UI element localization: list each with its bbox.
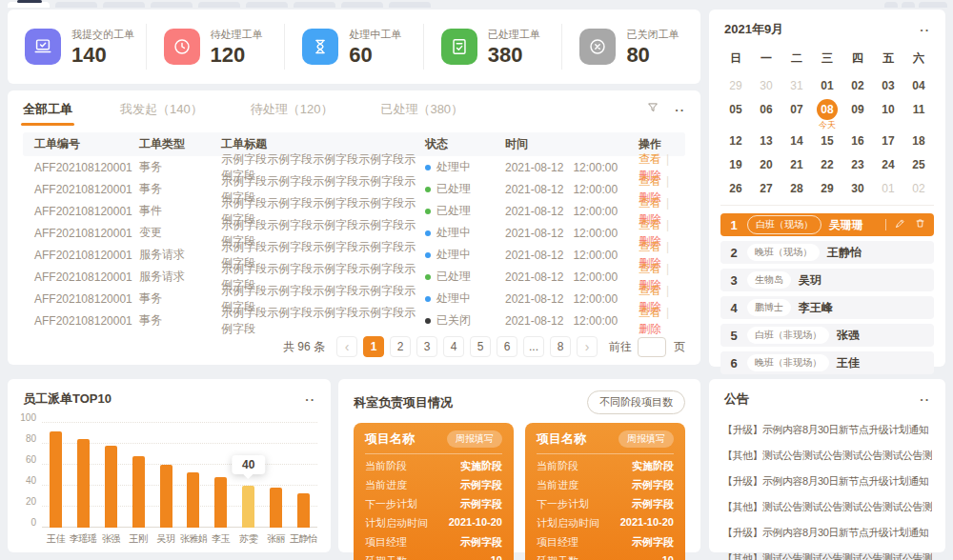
notice-item[interactable]: 【其他】测试公告测试公告测试公告测试公告测试公告 (722, 500, 932, 514)
notice-item[interactable]: 【升级】示例内容8月30日新节点升级计划通知 (722, 474, 932, 489)
calendar-day[interactable]: 31 (781, 74, 812, 98)
calendar-day[interactable]: 12 (720, 130, 751, 153)
calendar-day[interactable]: 24 (873, 153, 903, 177)
view-link[interactable]: 查看 (639, 196, 661, 210)
view-link[interactable]: 查看 (639, 306, 661, 319)
calendar-day[interactable]: 15 (812, 130, 842, 153)
project-card[interactable]: 项目名称周报填写当前阶段实施阶段当前进度示例字段下一步计划示例字段计划启动时间2… (525, 423, 685, 560)
browser-tab[interactable] (198, 2, 240, 8)
browser-control[interactable] (884, 2, 898, 8)
calendar-day[interactable]: 21 (781, 153, 812, 177)
table-menu-icon[interactable]: ·· (675, 104, 685, 116)
calendar-day[interactable]: 11 (903, 98, 934, 130)
notice-item[interactable]: 【其他】测试公告测试公告测试公告测试公告测试公告 (722, 449, 932, 463)
calendar-day[interactable]: 29 (812, 177, 842, 201)
view-link[interactable]: 查看 (639, 240, 661, 253)
stat-card[interactable]: 已处理工单380 (423, 24, 562, 70)
calendar-day[interactable]: 23 (842, 153, 873, 177)
stat-card[interactable]: 处理中工单60 (284, 24, 423, 70)
calendar-day[interactable]: 26 (720, 177, 751, 201)
browser-tab[interactable] (103, 2, 145, 8)
next-page-button[interactable]: › (577, 336, 598, 357)
chart-menu-icon[interactable]: ·· (305, 393, 315, 406)
page-button-...[interactable]: ... (523, 336, 544, 357)
page-button-5[interactable]: 5 (470, 336, 491, 357)
bar-王刚[interactable] (132, 456, 145, 528)
calendar-day[interactable]: 01 (873, 177, 903, 201)
page-button-6[interactable]: 6 (497, 336, 517, 357)
bar-张雅娟[interactable] (187, 472, 199, 528)
calendar-day[interactable]: 01 (812, 74, 842, 98)
roster-row[interactable]: 3生物岛吴玥 (720, 269, 934, 291)
project-card[interactable]: 项目名称周报填写当前阶段实施阶段当前进度示例字段下一步计划示例字段计划启动时间2… (354, 423, 514, 560)
page-button-2[interactable]: 2 (390, 336, 411, 357)
roster-row[interactable]: 2晚班（现场）王静怡 (720, 241, 934, 264)
bar-王佳[interactable] (50, 431, 62, 528)
notice-item[interactable]: 【升级】示例内容8月30日新节点升级计划通知 (722, 526, 932, 540)
trash-icon[interactable] (914, 217, 926, 232)
bar-苏雯[interactable] (242, 486, 254, 528)
tab-我发起（140）[interactable]: 我发起（140） (120, 101, 203, 118)
view-link[interactable]: 查看 (639, 218, 661, 231)
pagination-goto-input[interactable] (638, 337, 666, 357)
browser-tab[interactable] (55, 2, 97, 8)
bar-吴玥[interactable] (160, 465, 172, 528)
page-button-3[interactable]: 3 (416, 336, 437, 357)
calendar-day[interactable]: 17 (873, 130, 903, 153)
bar-张丽[interactable] (270, 488, 282, 528)
calendar-day[interactable]: 13 (751, 130, 781, 153)
stat-card[interactable]: 已关闭工单80 (561, 24, 700, 70)
stat-card[interactable]: 我提交的工单140 (8, 24, 146, 70)
view-link[interactable]: 查看 (639, 262, 661, 275)
browser-tab[interactable] (341, 2, 383, 8)
calendar-day[interactable]: 14 (781, 130, 812, 153)
weekly-report-badge[interactable]: 周报填写 (447, 430, 502, 448)
calendar-day[interactable]: 07 (781, 98, 812, 130)
calendar-day[interactable]: 19 (720, 153, 751, 177)
calendar-day[interactable]: 09 (842, 98, 873, 130)
calendar-day-today[interactable]: 08今天 (812, 98, 842, 130)
roster-row[interactable]: 4鹏博士李王峰 (720, 296, 934, 319)
notices-menu-icon[interactable]: ·· (920, 393, 930, 406)
view-link[interactable]: 查看 (639, 152, 661, 166)
calendar-day[interactable]: 18 (903, 130, 934, 153)
calendar-day[interactable]: 28 (781, 177, 812, 201)
notice-item[interactable]: 【其他】测试公告测试公告测试公告测试公告测试公告 (722, 551, 932, 560)
calendar-day[interactable]: 30 (751, 74, 781, 98)
weekly-report-badge[interactable]: 周报填写 (618, 430, 674, 448)
page-button-8[interactable]: 8 (550, 336, 571, 357)
view-link[interactable]: 查看 (639, 174, 661, 188)
calendar-day[interactable]: 03 (873, 74, 903, 98)
browser-control[interactable] (902, 2, 915, 8)
view-link[interactable]: 查看 (639, 284, 661, 297)
page-button-4[interactable]: 4 (443, 336, 464, 357)
calendar-day[interactable]: 10 (873, 98, 903, 130)
calendar-day[interactable]: 27 (751, 177, 781, 201)
bar-王静怡[interactable] (297, 493, 310, 528)
notice-item[interactable]: 【升级】示例内容8月30日新节点升级计划通知 (722, 423, 932, 437)
browser-tab[interactable] (246, 2, 288, 8)
calendar-day[interactable]: 02 (903, 177, 934, 201)
delete-link[interactable]: 删除 (639, 322, 661, 335)
roster-row[interactable]: 5白班（非现场）张强 (720, 324, 934, 347)
calendar-day[interactable]: 22 (812, 153, 842, 177)
tab-全部工单[interactable]: 全部工单 (23, 101, 72, 118)
tab-待处理（120）[interactable]: 待处理（120） (251, 101, 334, 118)
page-button-1[interactable]: 1 (363, 336, 384, 357)
roster-row[interactable]: 1白班（现场）吴珊珊 (720, 213, 934, 236)
calendar-day[interactable]: 29 (720, 74, 751, 98)
calendar-menu-icon[interactable]: ·· (920, 24, 930, 36)
calendar-day[interactable]: 04 (903, 74, 934, 98)
calendar-day[interactable]: 02 (842, 74, 873, 98)
calendar-day[interactable]: 25 (903, 153, 934, 177)
bar-李瑶瑶[interactable] (77, 439, 90, 529)
tab-已处理（380）[interactable]: 已处理（380） (380, 101, 463, 118)
bar-李玉[interactable] (214, 477, 227, 528)
edit-pencil-icon[interactable] (894, 217, 906, 232)
browser-control[interactable] (919, 2, 947, 8)
table-row[interactable]: AFF202108120001事务示例字段示例字段示例字段示例字段示例字段已关闭… (23, 310, 685, 331)
roster-row[interactable]: 6晚班（非现场）王佳 (720, 351, 934, 374)
browser-tab[interactable] (389, 2, 431, 8)
calendar-day[interactable]: 20 (751, 153, 781, 177)
browser-tab[interactable] (151, 2, 193, 8)
